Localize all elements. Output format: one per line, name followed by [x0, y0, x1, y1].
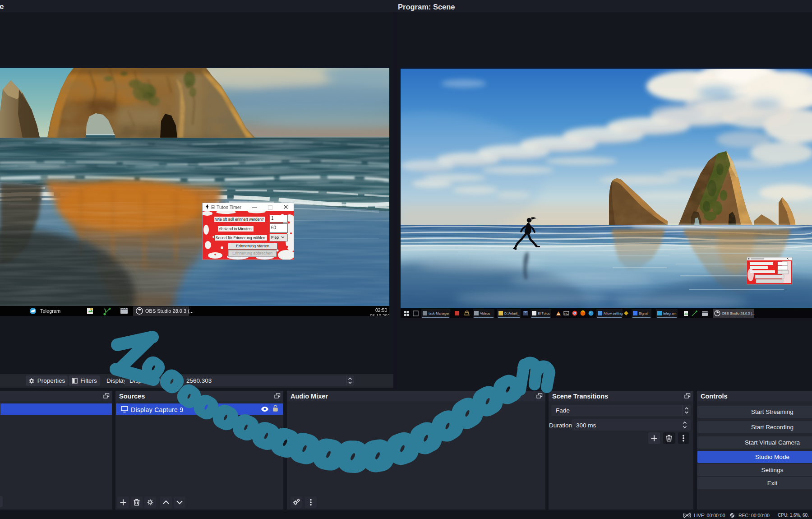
svg-text:telegram: telegram — [663, 311, 676, 315]
svg-text:OBS Studio 28.0.3 (...: OBS Studio 28.0.3 (... — [145, 308, 194, 314]
svg-text:D:\Arbeit_: D:\Arbeit_ — [504, 311, 520, 315]
svg-text:El Tutos: El Tutos — [538, 311, 550, 315]
svg-text:Allow setting: Allow setting — [604, 311, 623, 315]
svg-text:05.10.2022: 05.10.2022 — [370, 314, 389, 316]
svg-text:Signal: Signal — [639, 311, 648, 315]
svg-text:Telegram: Telegram — [40, 308, 60, 314]
svg-text:Videos: Videos — [480, 311, 490, 315]
svg-text:PC: PC — [564, 312, 568, 315]
svg-text:OBS Studio 28.0.3 (...: OBS Studio 28.0.3 (... — [722, 311, 755, 315]
svg-text:02:50: 02:50 — [375, 307, 387, 313]
svg-text:task-Manager: task-Manager — [429, 311, 449, 315]
